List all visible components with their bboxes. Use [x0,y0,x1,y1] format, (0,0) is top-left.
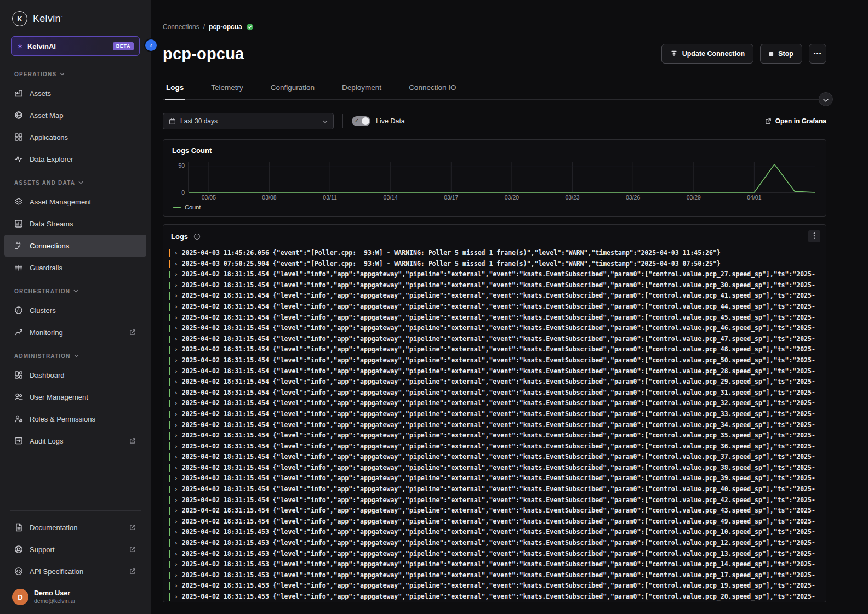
legend-label: Count [185,204,201,211]
log-row[interactable]: ›2025-04-03 11:45:26.056 {"event":"[Poll… [169,248,826,259]
sidebar-section-assets-and-data[interactable]: Assets and Data [4,174,146,191]
sidebar-item-guardrails[interactable]: Guardrails [4,257,146,278]
log-row[interactable]: ›2025-04-02 18:31:15.454 {"level":"info"… [169,409,826,420]
log-level-bar [169,507,170,515]
legend-swatch [173,207,181,208]
tabs-collapse-button[interactable] [819,92,833,106]
log-level-bar [169,550,170,558]
log-row[interactable]: ›2025-04-02 18:31:15.454 {"level":"info"… [169,484,826,495]
log-level-bar [169,464,170,472]
log-row[interactable]: ›2025-04-02 18:31:15.454 {"level":"info"… [169,388,826,399]
log-row[interactable]: ›2025-04-02 18:31:15.454 {"level":"info"… [169,366,826,377]
main-content: Connections / pcp-opcua pcp-opcua Update… [151,0,868,614]
sidebar-item-monitoring[interactable]: Monitoring [4,321,146,343]
log-row[interactable]: ›2025-04-02 18:31:15.454 {"level":"info"… [169,334,826,345]
log-row[interactable]: ›2025-04-02 18:31:15.453 {"level":"info"… [169,592,826,602]
sidebar-item-data-explorer[interactable]: Data Explorer [4,148,146,170]
log-row[interactable]: ›2025-04-02 18:31:15.453 {"level":"info"… [169,549,826,560]
log-row[interactable]: ›2025-04-02 18:31:15.454 {"level":"info"… [169,280,826,291]
more-actions-button[interactable]: ⋯ [809,44,826,64]
sidebar-item-audit-logs[interactable]: Audit Logs [4,430,146,452]
stop-button[interactable]: Stop [760,44,802,64]
sidebar-item-asset-management[interactable]: Asset Management [4,191,146,213]
breadcrumb-current: pcp-opcua [209,23,242,31]
log-row[interactable]: ›2025-04-02 18:31:15.454 {"level":"info"… [169,302,826,312]
sidebar-item-assets[interactable]: Assets [4,82,146,104]
tab-telemetry[interactable]: Telemetry [210,78,244,100]
sidebar-item-asset-map[interactable]: Asset Map [4,104,146,126]
log-level-bar [169,389,170,397]
log-row[interactable]: ›2025-04-02 18:31:15.454 {"level":"info"… [169,344,826,355]
log-row[interactable]: ›2025-04-02 18:31:15.454 {"level":"info"… [169,495,826,506]
tab-deployment[interactable]: Deployment [341,78,382,100]
log-row[interactable]: ›2025-04-02 18:31:15.453 {"level":"info"… [169,559,826,570]
live-data-toggle[interactable]: ✓ [352,116,370,126]
log-level-bar [169,421,170,429]
log-row[interactable]: ›2025-04-02 18:31:15.454 {"level":"info"… [169,420,826,431]
sidebar-section-operations[interactable]: Operations [4,66,146,82]
expand-chevron-icon: › [174,592,178,602]
svg-text:03/08: 03/08 [262,194,276,201]
asset-management-icon [14,197,23,206]
sidebar-section-administration[interactable]: Administration [4,348,146,364]
sidebar-item-api-specification[interactable]: API Specification [4,560,146,582]
logs-menu-button[interactable] [808,230,820,242]
tab-connection-io[interactable]: Connection IO [408,78,457,100]
log-row[interactable]: ›2025-04-02 18:31:15.454 {"level":"info"… [169,355,826,366]
chart-legend[interactable]: Count [173,204,817,211]
log-level-bar [169,282,170,289]
date-range-dropdown[interactable]: Last 30 days [163,113,334,129]
sidebar-item-dashboard[interactable]: Dashboard [4,364,146,386]
logs-count-chart[interactable]: 03/0503/0803/1103/1403/1703/2003/2303/26… [172,159,817,202]
log-row[interactable]: ›2025-04-02 18:31:15.454 {"level":"info"… [169,430,826,441]
update-connection-button[interactable]: Update Connection [661,44,754,64]
log-text: 2025-04-02 18:31:15.454 {"level":"info",… [182,398,815,409]
log-row[interactable]: ›2025-04-02 18:31:15.453 {"level":"info"… [169,570,826,581]
sidebar-item-roles-permissions[interactable]: Roles & Permissions [4,408,146,430]
sidebar: K Kelvin ✶ KelvinAI BETA OperationsAsset… [0,0,151,614]
log-row[interactable]: ›2025-04-02 18:31:15.454 {"level":"info"… [169,269,826,280]
log-row[interactable]: ›2025-04-02 18:31:15.453 {"level":"info"… [169,538,826,549]
sidebar-item-documentation[interactable]: Documentation [4,516,146,538]
chevron-left-icon: ‹ [150,42,152,49]
support-icon [14,545,23,554]
open-in-grafana-link[interactable]: Open in Grafana [764,117,826,125]
sidebar-nav: OperationsAssetsAsset MapApplicationsDat… [0,61,151,452]
log-row[interactable]: ›2025-04-02 18:31:15.454 {"level":"info"… [169,323,826,334]
log-row[interactable]: ›2025-04-03 07:50:25.904 {"event":"[Poll… [169,259,826,270]
sidebar-item-connections[interactable]: Connections [4,235,146,257]
log-row[interactable]: ›2025-04-02 18:31:15.454 {"level":"info"… [169,377,826,388]
tab-configuration[interactable]: Configuration [270,78,316,100]
log-row[interactable]: ›2025-04-02 18:31:15.454 {"level":"info"… [169,505,826,516]
log-row[interactable]: ›2025-04-02 18:31:15.454 {"level":"info"… [169,516,826,527]
brand-logo[interactable]: K Kelvin [0,0,151,33]
sidebar-item-label: Support [30,545,55,554]
log-text: 2025-04-02 18:31:15.454 {"level":"info",… [182,505,815,516]
log-row[interactable]: ›2025-04-02 18:31:15.454 {"level":"info"… [169,473,826,484]
tab-logs[interactable]: Logs [165,78,185,100]
log-row[interactable]: ›2025-04-02 18:31:15.454 {"level":"info"… [169,312,826,323]
log-row[interactable]: ›2025-04-02 18:31:15.454 {"level":"info"… [169,452,826,463]
log-row[interactable]: ›2025-04-02 18:31:15.453 {"level":"info"… [169,527,826,538]
sidebar-item-clusters[interactable]: Clusters [4,299,146,321]
log-row[interactable]: ›2025-04-02 18:31:15.454 {"level":"info"… [169,441,826,452]
sidebar-item-data-streams[interactable]: Data Streams [4,213,146,235]
logs-title: Logs [171,232,188,241]
log-row[interactable]: ›2025-04-02 18:31:15.454 {"level":"info"… [169,463,826,474]
expand-chevron-icon: › [174,581,178,592]
sidebar-item-kelvinai[interactable]: ✶ KelvinAI BETA [11,36,140,56]
sidebar-collapse-button[interactable]: ‹ [144,38,158,52]
log-row[interactable]: ›2025-04-02 18:31:15.454 {"level":"info"… [169,291,826,302]
sidebar-section-orchestration[interactable]: Orchestration [4,283,146,299]
info-icon[interactable] [193,233,201,240]
log-row[interactable]: ›2025-04-02 18:31:15.454 {"level":"info"… [169,398,826,409]
calendar-icon [169,118,176,125]
stop-label: Stop [778,50,793,58]
sidebar-item-user-management[interactable]: User Management [4,386,146,408]
chart-title: Logs Count [172,146,817,155]
sidebar-item-support[interactable]: Support [4,538,146,560]
log-row[interactable]: ›2025-04-02 18:31:15.453 {"level":"info"… [169,581,826,592]
user-menu[interactable]: D Demo User demo@kelvin.ai [0,582,151,614]
sidebar-item-applications[interactable]: Applications [4,126,146,148]
breadcrumb-parent[interactable]: Connections [163,23,199,31]
